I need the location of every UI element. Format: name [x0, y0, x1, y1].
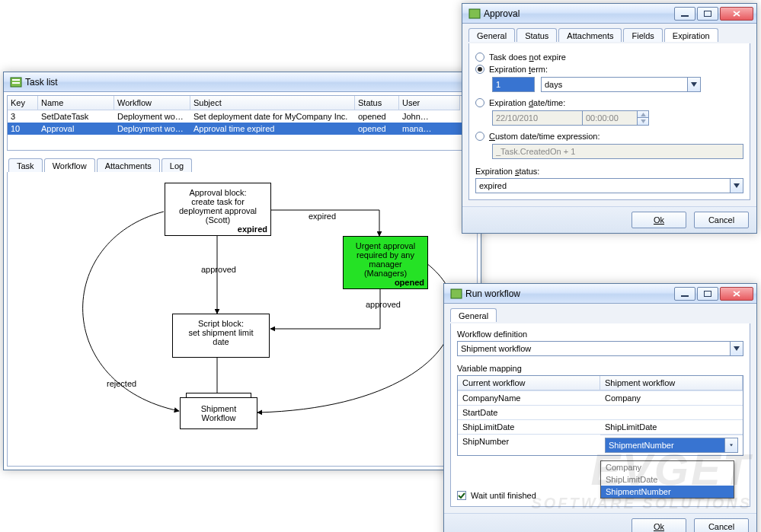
- minimize-button[interactable]: [674, 7, 695, 21]
- radio-datetime[interactable]: [475, 98, 484, 107]
- vm-col-shipment[interactable]: Shipment workflow: [600, 376, 743, 390]
- chevron-down-icon[interactable]: [730, 341, 743, 356]
- cancel-button[interactable]: Cancel: [694, 518, 749, 532]
- col-key[interactable]: Key: [8, 96, 38, 110]
- tab-general[interactable]: General: [450, 308, 497, 322]
- svg-rect-4: [681, 15, 689, 17]
- variable-mapping-grid: Current workflow Shipment workflow Compa…: [457, 375, 743, 456]
- vm-row[interactable]: CompanyName Company: [458, 390, 743, 405]
- vm-col-current[interactable]: Current workflow: [458, 376, 600, 390]
- col-status[interactable]: Status: [355, 96, 399, 110]
- workflow-diagram[interactable]: Approval block: create task for deployme…: [7, 172, 478, 467]
- svg-rect-5: [705, 11, 711, 16]
- tab-attachments[interactable]: Attachments: [97, 158, 160, 172]
- time-input[interactable]: [582, 110, 637, 126]
- expiration-status-label: Expiration status:: [475, 167, 743, 176]
- cancel-button[interactable]: Cancel: [694, 212, 749, 228]
- workflow-node-urgent[interactable]: Urgent approval required by any manager …: [343, 236, 428, 289]
- approval-tabs: General Status Attachments Fields Expira…: [468, 28, 750, 42]
- chevron-down-icon[interactable]: [724, 438, 738, 453]
- svg-rect-2: [12, 82, 20, 84]
- task-list-window: Task list Key Name Workflow Subject Stat…: [3, 72, 481, 470]
- radio-term[interactable]: [475, 65, 484, 74]
- edge-label-approved: approved: [201, 265, 236, 274]
- task-grid-header: Key Name Workflow Subject Status User: [8, 96, 477, 110]
- approval-dialog: Approval General Status Attachments Fiel…: [462, 3, 757, 234]
- ok-button[interactable]: Ok: [632, 212, 686, 228]
- vm-option[interactable]: ShipmentNumber: [601, 486, 734, 498]
- close-button[interactable]: [720, 287, 753, 301]
- svg-rect-7: [681, 295, 689, 297]
- app-icon: [468, 8, 481, 20]
- tab-fields[interactable]: Fields: [623, 28, 662, 42]
- col-user[interactable]: User: [399, 96, 460, 110]
- chevron-down-icon[interactable]: [687, 77, 701, 92]
- tab-attachments[interactable]: Attachments: [558, 28, 622, 42]
- tab-status[interactable]: Status: [516, 28, 557, 42]
- edge-label-rejected: rejected: [107, 379, 136, 388]
- col-subject[interactable]: Subject: [190, 96, 355, 110]
- col-name[interactable]: Name: [38, 96, 114, 110]
- edge-label-expired: expired: [309, 212, 336, 221]
- tab-expiration[interactable]: Expiration: [664, 28, 718, 42]
- task-grid: Key Name Workflow Subject Status User 3 …: [7, 95, 478, 151]
- svg-rect-1: [12, 79, 20, 81]
- spin-up-icon[interactable]: [637, 110, 649, 118]
- titlebar[interactable]: Task list: [4, 72, 481, 92]
- tab-workflow[interactable]: Workflow: [44, 158, 95, 172]
- vm-option[interactable]: Company: [601, 461, 734, 473]
- spin-down-icon[interactable]: [637, 118, 649, 126]
- svg-rect-8: [705, 291, 711, 296]
- titlebar[interactable]: Run workflow: [444, 284, 756, 304]
- radio-term-label: Expiration term:: [489, 65, 548, 74]
- vm-option[interactable]: ShipLimitDate: [601, 473, 734, 486]
- variable-mapping-label: Variable mapping: [457, 364, 743, 373]
- workflow-node-shipment[interactable]: Shipment Workflow: [180, 397, 257, 429]
- workflow-definition-label: Workflow definition: [457, 330, 743, 339]
- workflow-node-script[interactable]: Script block: set shipment limit date: [172, 314, 270, 358]
- detail-tabs: Task Workflow Attachments Log: [8, 158, 476, 172]
- svg-rect-3: [469, 9, 480, 18]
- chevron-down-icon[interactable]: [730, 178, 743, 193]
- workflow-definition-select[interactable]: [457, 341, 730, 356]
- svg-rect-6: [451, 289, 462, 298]
- radio-not-expire-label: Task does not expire: [489, 53, 566, 62]
- node-status: expired: [238, 225, 267, 234]
- vm-row[interactable]: ShipNumber: [458, 434, 743, 455]
- radio-datetime-label: Expiration date/time:: [489, 98, 565, 107]
- window-title: Run workflow: [465, 288, 674, 299]
- workflow-node-approval[interactable]: Approval block: create task for deployme…: [165, 183, 271, 236]
- app-icon: [450, 288, 462, 300]
- col-workflow[interactable]: Workflow: [114, 96, 190, 110]
- vm-row[interactable]: StartDate: [458, 405, 743, 419]
- edge-label-approved2: approved: [366, 300, 401, 309]
- window-title: Task list: [25, 77, 478, 88]
- radio-custom-label: Custom date/time expression:: [489, 132, 600, 141]
- node-status: opened: [395, 278, 424, 287]
- wait-checkbox-label: Wait until finished: [471, 491, 536, 500]
- maximize-button[interactable]: [697, 7, 718, 21]
- tab-general[interactable]: General: [468, 28, 515, 42]
- task-row[interactable]: 10 Approval Deployment wo… Approval time…: [8, 123, 477, 135]
- window-title: Approval: [484, 8, 674, 19]
- expiration-status-select[interactable]: [475, 178, 730, 193]
- tab-task[interactable]: Task: [8, 158, 43, 172]
- term-value-input[interactable]: [492, 77, 535, 92]
- app-icon: [10, 76, 22, 88]
- custom-expression-input[interactable]: [492, 144, 743, 159]
- minimize-button[interactable]: [674, 287, 695, 301]
- tab-log[interactable]: Log: [161, 158, 192, 172]
- titlebar[interactable]: Approval: [462, 4, 756, 24]
- vm-value-select[interactable]: [605, 438, 724, 453]
- vm-dropdown-list[interactable]: Company ShipLimitDate ShipmentNumber: [600, 460, 734, 499]
- task-row[interactable]: 3 SetDateTask Deployment wo… Set deploym…: [8, 110, 477, 123]
- term-unit-select[interactable]: [541, 77, 687, 92]
- wait-checkbox[interactable]: [457, 491, 466, 500]
- runwf-tabs: General: [450, 308, 750, 322]
- ok-button[interactable]: Ok: [632, 518, 686, 532]
- radio-custom[interactable]: [475, 132, 484, 141]
- vm-row[interactable]: ShipLimitDate ShipLimitDate: [458, 419, 743, 434]
- radio-not-expire[interactable]: [475, 53, 484, 62]
- close-button[interactable]: [720, 7, 753, 21]
- maximize-button[interactable]: [697, 287, 718, 301]
